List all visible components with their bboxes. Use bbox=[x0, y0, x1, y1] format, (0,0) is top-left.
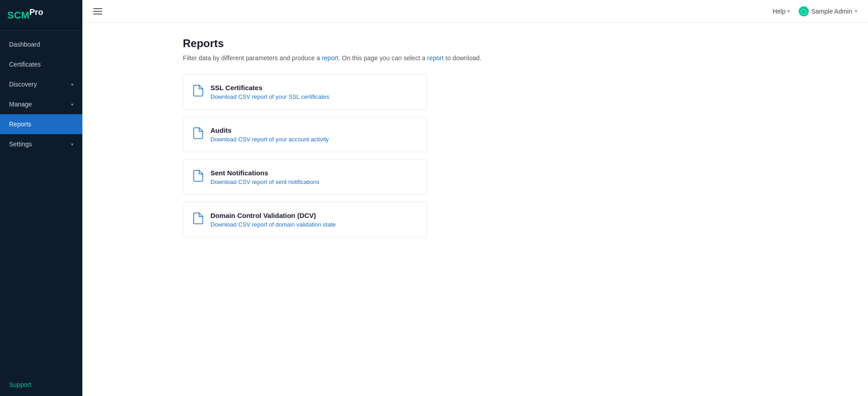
report-card-title-ssl: SSL Certificates bbox=[210, 84, 329, 92]
document-icon bbox=[193, 127, 203, 142]
report-card-desc-notifications: Download CSV report of sent notification… bbox=[210, 179, 320, 185]
sidebar-nav: Dashboard Certificates Discovery ▾ Manag… bbox=[0, 31, 82, 373]
sidebar-item-label-discovery: Discovery bbox=[9, 81, 37, 88]
sidebar-item-label-dashboard: Dashboard bbox=[9, 41, 40, 48]
report-card-desc-dcv: Download CSV report of domain validation… bbox=[210, 221, 336, 228]
report-card-content-dcv: Domain Control Validation (DCV) Download… bbox=[210, 212, 336, 228]
sidebar-item-label-reports: Reports bbox=[9, 121, 31, 128]
report-card-title-audits: Audits bbox=[210, 126, 329, 134]
sidebar-item-settings[interactable]: Settings ▾ bbox=[0, 134, 82, 154]
report-link-1[interactable]: report bbox=[322, 54, 339, 62]
sidebar-item-certificates[interactable]: Certificates bbox=[0, 54, 82, 74]
help-menu[interactable]: Help ▾ bbox=[773, 8, 790, 15]
report-card-sent-notifications[interactable]: Sent Notifications Download CSV report o… bbox=[183, 159, 427, 195]
page-title: Reports bbox=[183, 37, 850, 50]
subtitle-prefix: Filter data by different parameters and … bbox=[183, 54, 322, 62]
report-card-content-ssl: SSL Certificates Download CSV report of … bbox=[210, 84, 329, 100]
chevron-down-icon: ▾ bbox=[787, 9, 790, 14]
sidebar-item-manage[interactable]: Manage ▾ bbox=[0, 94, 82, 114]
sidebar-item-label-certificates: Certificates bbox=[9, 61, 41, 68]
subtitle-middle: . On this page you can select a bbox=[339, 54, 427, 62]
logo: SCMPro bbox=[0, 0, 82, 31]
topbar: Help ▾ ◯ Sample Admin ▾ bbox=[82, 0, 868, 23]
chevron-down-icon: ▾ bbox=[71, 102, 73, 107]
sidebar: SCMPro Dashboard Certificates Discovery … bbox=[0, 0, 82, 396]
report-card-audits[interactable]: Audits Download CSV report of your accou… bbox=[183, 117, 427, 152]
menu-toggle-button[interactable] bbox=[93, 8, 102, 14]
report-link-2[interactable]: report bbox=[427, 54, 444, 62]
report-card-title-notifications: Sent Notifications bbox=[210, 169, 320, 177]
main-content: Reports Filter data by different paramet… bbox=[165, 23, 868, 396]
logo-scm: SCM bbox=[7, 10, 29, 21]
sidebar-item-reports[interactable]: Reports bbox=[0, 114, 82, 134]
report-card-ssl-certificates[interactable]: SSL Certificates Download CSV report of … bbox=[183, 74, 427, 110]
chevron-down-icon: ▾ bbox=[71, 82, 73, 87]
sidebar-item-discovery[interactable]: Discovery ▾ bbox=[0, 74, 82, 94]
sidebar-support: Support bbox=[0, 373, 82, 396]
sidebar-item-label-manage: Manage bbox=[9, 101, 32, 108]
topbar-right: Help ▾ ◯ Sample Admin ▾ bbox=[773, 6, 857, 16]
logo-pro: Pro bbox=[29, 7, 43, 17]
subtitle-suffix: to download. bbox=[444, 54, 481, 62]
document-icon bbox=[193, 85, 203, 99]
report-card-content-notifications: Sent Notifications Download CSV report o… bbox=[210, 169, 320, 185]
chevron-down-icon: ▾ bbox=[71, 142, 73, 147]
sidebar-item-dashboard[interactable]: Dashboard bbox=[0, 34, 82, 54]
support-link[interactable]: Support bbox=[9, 381, 31, 388]
user-menu[interactable]: ◯ Sample Admin ▾ bbox=[799, 6, 857, 16]
user-label: Sample Admin bbox=[811, 8, 852, 15]
help-label: Help bbox=[773, 8, 786, 15]
topbar-left bbox=[93, 8, 102, 14]
report-card-title-dcv: Domain Control Validation (DCV) bbox=[210, 212, 336, 219]
document-icon bbox=[193, 170, 203, 184]
sidebar-item-label-settings: Settings bbox=[9, 140, 32, 148]
chevron-down-icon: ▾ bbox=[855, 9, 857, 14]
document-icon bbox=[193, 212, 203, 227]
report-card-desc-ssl: Download CSV report of your SSL certific… bbox=[210, 93, 329, 100]
report-cards-list: SSL Certificates Download CSV report of … bbox=[183, 74, 427, 237]
page-subtitle: Filter data by different parameters and … bbox=[183, 54, 850, 62]
report-card-content-audits: Audits Download CSV report of your accou… bbox=[210, 126, 329, 143]
report-card-desc-audits: Download CSV report of your account acti… bbox=[210, 136, 329, 143]
user-avatar-icon: ◯ bbox=[799, 6, 809, 16]
report-card-dcv[interactable]: Domain Control Validation (DCV) Download… bbox=[183, 202, 427, 237]
